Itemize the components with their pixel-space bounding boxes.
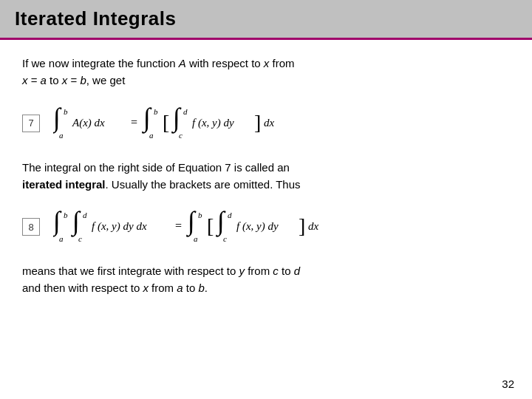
equation-8-row: 8 ∫ a b ∫ c d f (x, y) dy dx = ∫ a b [ ∫… [22,205,510,249]
svg-text:d: d [183,107,188,116]
svg-text:∫: ∫ [186,206,197,237]
svg-text:∫: ∫ [53,103,62,134]
svg-text:c: c [223,234,227,243]
equation-7-number: 7 [22,115,40,132]
main-content: If we now integrate the function A with … [0,40,532,304]
svg-text:a: a [194,234,198,243]
svg-text:]: ] [299,214,305,237]
svg-text:[: [ [163,111,169,134]
svg-text:b: b [64,211,68,219]
svg-text:∫: ∫ [53,206,62,237]
svg-text:a: a [59,234,64,243]
svg-text:dx: dx [264,117,275,129]
page-title: Iterated Integrals [15,7,177,30]
svg-text:=: = [131,116,137,129]
svg-text:f (x, y) dy: f (x, y) dy [236,220,279,233]
iterated-integral-term: iterated integral [22,178,106,191]
page-number: 32 [502,378,514,390]
svg-text:a: a [59,131,64,140]
svg-text:c: c [78,234,82,243]
svg-text:∫: ∫ [142,103,152,134]
svg-text:d: d [228,211,232,219]
svg-text:b: b [64,107,68,116]
svg-text:d: d [83,211,87,219]
svg-text:∫: ∫ [171,103,182,134]
svg-text:a: a [149,131,154,140]
svg-text:∫: ∫ [71,206,81,237]
equation-8-formula: ∫ a b ∫ c d f (x, y) dy dx = ∫ a b [ ∫ c… [53,205,386,249]
svg-text:∫: ∫ [216,206,226,237]
svg-text:A(x) dx: A(x) dx [72,117,105,129]
intro-paragraph: If we now integrate the function A with … [22,55,510,89]
svg-text:c: c [179,131,183,140]
svg-text:f (x, y) dy dx: f (x, y) dy dx [92,220,147,233]
equation-8-number: 8 [22,218,40,236]
svg-text:=: = [175,219,182,232]
svg-text:[: [ [207,214,214,237]
header: Iterated Integrals [0,0,532,40]
svg-text:]: ] [254,111,261,134]
middle-paragraph: The integral on the right side of Equati… [22,159,510,194]
bottom-paragraph: means that we first integrate with respe… [22,262,510,297]
svg-text:b: b [198,211,202,219]
svg-text:f (x, y) dy: f (x, y) dy [192,117,234,129]
equation-7-row: 7 ∫ a b A(x) dx = ∫ a b [ ∫ c d f (x, y)… [22,101,510,146]
equation-7-formula: ∫ a b A(x) dx = ∫ a b [ ∫ c d f (x, y) d… [53,101,364,146]
svg-text:b: b [154,107,158,116]
svg-text:dx: dx [308,220,319,232]
